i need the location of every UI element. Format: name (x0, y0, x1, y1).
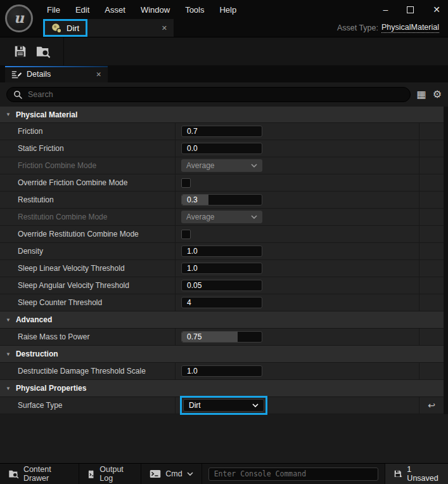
section-physical-properties[interactable]: ▼ Physical Properties (0, 380, 444, 397)
asset-tab-label: Dirt (67, 23, 79, 33)
details-empty-area (0, 414, 448, 463)
expand-triangle-icon: ▼ (6, 351, 11, 357)
details-tab-bar: Details ✕ (0, 65, 448, 82)
asset-type-value[interactable]: PhysicalMaterial (381, 23, 439, 33)
row-override-restitution-combine-mode: Override Restitution Combine Mode (0, 226, 444, 243)
console-command-input[interactable] (208, 468, 378, 481)
expand-triangle-icon: ▼ (6, 112, 11, 117)
unsaved-floppy-icon: * (394, 469, 403, 480)
menu-window[interactable]: Window (133, 0, 177, 19)
raise-mass-to-power-slider[interactable]: 0.75 (181, 331, 262, 343)
surface-type-dropdown[interactable]: Dirt (183, 399, 264, 412)
asset-editor-toolbar (0, 37, 448, 65)
restitution-slider[interactable]: 0.3 (181, 194, 262, 206)
cmd-selector[interactable]: Cmd (141, 464, 202, 484)
asset-type: Asset Type: PhysicalMaterial (337, 19, 439, 37)
svg-text:*: * (400, 474, 402, 479)
folder-magnifier-icon (35, 44, 51, 58)
unsaved-changes-button[interactable]: * 1 Unsaved (385, 464, 448, 484)
chevron-down-icon (251, 164, 257, 167)
row-surface-type: Surface Type Dirt ↩ (0, 397, 444, 414)
tab-details[interactable]: Details ✕ (5, 66, 108, 82)
row-sleep-counter-threshold: Sleep Counter Threshold 4 (0, 294, 444, 311)
expand-triangle-icon: ▼ (6, 317, 11, 323)
static-friction-input[interactable]: 0.0 (181, 143, 262, 154)
density-input[interactable]: 1.0 (181, 245, 262, 257)
menu-file[interactable]: File (39, 0, 68, 19)
save-floppy-icon (13, 44, 27, 58)
tutorial-highlight-box: Dirt (183, 399, 264, 412)
menu-asset[interactable]: Asset (97, 0, 133, 19)
restitution-combine-mode-dropdown: Average (181, 211, 262, 223)
output-log-icon (87, 469, 96, 480)
tutorial-highlight-box: Dirt (43, 19, 87, 37)
status-bar: Content Drawer Output Log Cmd * (0, 463, 448, 484)
friction-combine-mode-dropdown: Average (181, 159, 262, 172)
override-friction-combine-mode-checkbox[interactable] (181, 178, 191, 188)
content-drawer-folder-icon (8, 468, 19, 480)
chevron-down-icon (187, 472, 193, 476)
row-restitution: Restitution 0.3 (0, 192, 444, 209)
menu-edit[interactable]: Edit (68, 0, 97, 19)
save-button[interactable] (9, 41, 32, 62)
row-restitution-combine-mode: Restitution Combine Mode Average (0, 209, 444, 226)
section-physical-material[interactable]: ▼ Physical Material (0, 107, 444, 123)
row-sleep-angular-velocity-threshold: Sleep Angular Velocity Threshold 0.05 (0, 277, 444, 294)
row-friction: Friction 0.7 (0, 123, 444, 140)
details-pencil-icon (11, 69, 22, 79)
reset-to-default-icon[interactable]: ↩ (428, 400, 435, 410)
section-advanced[interactable]: ▼ Advanced (0, 311, 444, 329)
console-command-area (202, 464, 385, 484)
sleep-linear-velocity-threshold-input[interactable]: 1.0 (181, 263, 262, 274)
chevron-down-icon (251, 215, 257, 219)
terminal-icon (150, 469, 161, 478)
asset-type-label: Asset Type: (337, 23, 378, 32)
row-density: Density 1.0 (0, 243, 444, 260)
property-matrix-icon[interactable]: ▦ (417, 89, 426, 100)
chevron-down-icon (252, 403, 259, 407)
row-friction-combine-mode: Friction Combine Mode Average (0, 157, 444, 174)
menu-bar: File Edit Asset Window Tools Help (39, 0, 244, 19)
expand-triangle-icon: ▼ (6, 386, 11, 391)
search-icon (13, 90, 23, 100)
window-controls: – ✕ (383, 0, 440, 19)
asset-tab-close-icon[interactable]: ✕ (162, 24, 167, 32)
sleep-angular-velocity-threshold-input[interactable]: 0.05 (181, 280, 262, 291)
title-bar: u File Edit Asset Window Tools Help – ✕ … (0, 0, 448, 37)
minimize-icon[interactable]: – (383, 5, 388, 14)
details-property-grid: ▼ Physical Material Friction 0.7 Static … (0, 107, 448, 414)
output-log-button[interactable]: Output Log (79, 464, 142, 484)
row-override-friction-combine-mode: Override Friction Combine Mode (0, 174, 444, 192)
menu-help[interactable]: Help (212, 0, 244, 19)
toolbar-separator (63, 37, 64, 65)
row-sleep-linear-velocity-threshold: Sleep Linear Velocity Threshold 1.0 (0, 260, 444, 277)
row-raise-mass-to-power: Raise Mass to Power 0.75 (0, 329, 444, 346)
section-destruction[interactable]: ▼ Destruction (0, 346, 444, 363)
unreal-engine-logo-icon: u (5, 4, 33, 32)
details-tab-close-icon[interactable]: ✕ (96, 70, 101, 78)
destructible-damage-threshold-scale-input[interactable]: 1.0 (181, 365, 262, 377)
close-icon[interactable]: ✕ (433, 5, 440, 14)
row-static-friction: Static Friction 0.0 (0, 140, 444, 157)
details-search-row: ▦ ⚙ (0, 82, 448, 107)
browse-to-asset-button[interactable] (32, 41, 54, 62)
search-input[interactable] (28, 90, 404, 99)
physical-material-asset-icon (51, 23, 62, 34)
content-drawer-button[interactable]: Content Drawer (0, 464, 79, 484)
asset-tab-dirt[interactable]: Dirt ✕ (43, 19, 174, 37)
maximize-icon[interactable] (407, 6, 414, 13)
override-restitution-combine-mode-checkbox[interactable] (181, 230, 191, 239)
friction-input[interactable]: 0.7 (181, 126, 262, 137)
row-destructible-damage-threshold-scale: Destructible Damage Threshold Scale 1.0 (0, 363, 444, 380)
sleep-counter-threshold-input[interactable]: 4 (181, 297, 262, 308)
active-tab-accent-line (5, 66, 108, 67)
menu-tools[interactable]: Tools (177, 0, 212, 19)
search-box[interactable] (6, 87, 411, 102)
settings-gear-icon[interactable]: ⚙ (433, 89, 442, 100)
asset-tab-row: Dirt ✕ Asset Type: PhysicalMaterial (39, 19, 448, 37)
details-tab-label: Details (27, 70, 51, 79)
